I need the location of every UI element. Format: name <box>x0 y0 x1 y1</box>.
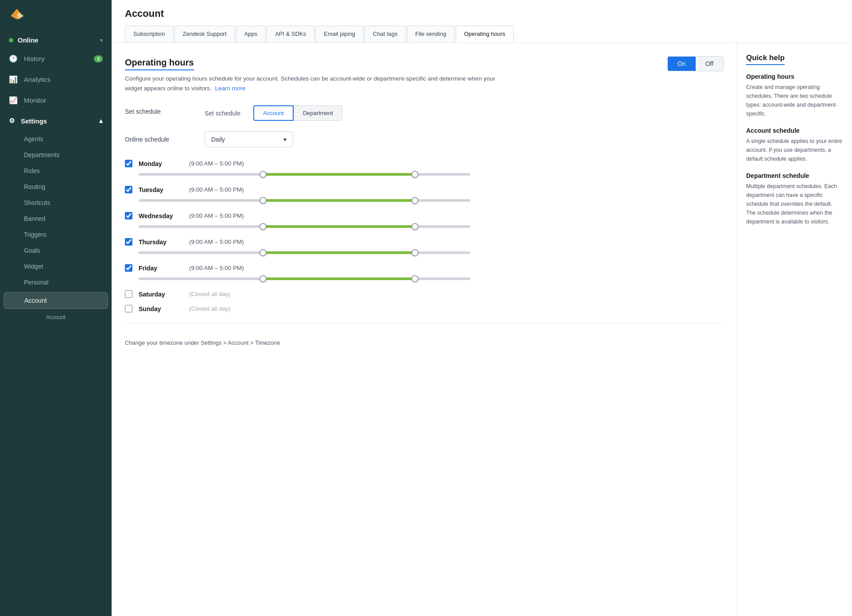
tab-file-sending[interactable]: File sending <box>407 26 455 42</box>
thursday-checkbox[interactable] <box>125 238 132 246</box>
tuesday-label: Tuesday <box>139 186 183 193</box>
department-schedule-button[interactable]: Department <box>294 105 342 121</box>
tuesday-slider[interactable] <box>139 196 470 205</box>
tuesday-track <box>139 199 470 202</box>
widget-label: Widget <box>24 263 43 270</box>
monday-thumb-left[interactable] <box>259 171 267 178</box>
dropdown-chevron-icon: ▾ <box>283 136 287 143</box>
sidebar-item-analytics[interactable]: 📊 Analytics <box>0 69 112 90</box>
tab-email-piping[interactable]: Email piping <box>315 26 364 42</box>
section-divider <box>125 323 724 323</box>
settings-header[interactable]: ⚙ Settings ▴ <box>0 111 112 131</box>
sidebar-item-shortcuts[interactable]: Shortcuts <box>0 195 112 211</box>
thursday-label: Thursday <box>139 239 183 246</box>
schedule-type-toggle: Account Department <box>253 105 342 121</box>
status-selector[interactable]: Online ▾ <box>0 32 112 48</box>
sidebar-item-widget[interactable]: Widget <box>0 258 112 274</box>
wednesday-thumb-right[interactable] <box>411 223 418 230</box>
tuesday-thumb-right[interactable] <box>411 197 418 204</box>
friday-thumb-right[interactable] <box>411 275 418 282</box>
section-title-row: Operating hours On Off <box>125 56 724 71</box>
quick-department-text: Multiple department schedules. Each depa… <box>746 182 843 226</box>
friday-thumb-left[interactable] <box>259 275 267 282</box>
toggle-on-button[interactable]: On <box>668 57 696 71</box>
wednesday-fill <box>263 225 415 228</box>
monday-label: Monday <box>139 160 183 167</box>
monday-fill <box>263 173 415 176</box>
tab-subscription[interactable]: Subscription <box>125 26 174 42</box>
day-top-sunday: Sunday (Closed all day) <box>125 305 470 312</box>
sidebar-item-account[interactable]: Account <box>4 292 108 309</box>
account-label: Account <box>24 297 47 304</box>
settings-label: Settings <box>21 117 47 125</box>
day-top-saturday: Saturday (Closed all day) <box>125 290 470 298</box>
friday-slider[interactable] <box>139 274 470 283</box>
sidebar-footer: Account <box>0 311 112 324</box>
dropdown-value: Daily <box>211 136 225 143</box>
roles-label: Roles <box>24 167 40 174</box>
tab-operating-hours[interactable]: Operating hours <box>456 26 514 42</box>
saturday-closed: (Closed all day) <box>189 291 231 297</box>
friday-checkbox[interactable] <box>125 264 132 272</box>
settings-chevron-icon: ▴ <box>99 117 103 125</box>
friday-label: Friday <box>139 265 183 272</box>
departments-label: Departments <box>24 151 59 158</box>
online-schedule-dropdown[interactable]: Daily ▾ <box>205 131 293 147</box>
sunday-checkbox[interactable] <box>125 305 132 312</box>
tab-zendesk-support[interactable]: Zendesk Support <box>174 26 235 42</box>
monday-track <box>139 173 470 176</box>
quick-section-department: Department schedule Multiple department … <box>746 172 843 226</box>
wednesday-checkbox[interactable] <box>125 212 132 219</box>
tuesday-thumb-left[interactable] <box>259 197 267 204</box>
tuesday-fill <box>263 199 415 202</box>
monitor-icon: 📈 <box>9 96 18 104</box>
tab-apps[interactable]: Apps <box>236 26 266 42</box>
status-left: Online <box>9 36 39 44</box>
sidebar-item-goals[interactable]: Goals <box>0 243 112 258</box>
monday-thumb-right[interactable] <box>411 171 418 178</box>
settings-icon: ⚙ <box>9 117 15 125</box>
day-row-friday: Friday (9:00 AM – 5:00 PM) <box>125 264 470 283</box>
day-row-monday: Monday (9:00 AM – 5:00 PM) <box>125 160 470 179</box>
monday-slider[interactable] <box>139 170 470 179</box>
account-schedule-button[interactable]: Account <box>253 105 294 121</box>
thursday-slider[interactable] <box>139 248 470 257</box>
sidebar-item-monitor[interactable]: 📈 Monitor <box>0 90 112 111</box>
thursday-fill <box>263 251 415 254</box>
tabs-row: Subscription Zendesk Support Apps API & … <box>125 26 839 42</box>
sidebar-item-roles[interactable]: Roles <box>0 163 112 179</box>
sidebar: Online ▾ 🕐 History 3 📊 Analytics 📈 Monit… <box>0 0 112 616</box>
tab-api-sdks[interactable]: API & SDKs <box>267 26 314 42</box>
monday-checkbox[interactable] <box>125 160 132 167</box>
routing-label: Routing <box>24 183 45 190</box>
day-top-tuesday: Tuesday (9:00 AM – 5:00 PM) <box>125 186 470 193</box>
sidebar-item-personal[interactable]: Personal <box>0 274 112 290</box>
tab-chat-tags[interactable]: Chat tags <box>364 26 406 42</box>
sidebar-item-agents[interactable]: Agents <box>0 131 112 147</box>
main-content: Account Subscription Zendesk Support App… <box>112 0 852 616</box>
sidebar-item-routing[interactable]: Routing <box>0 179 112 195</box>
thursday-time: (9:00 AM – 5:00 PM) <box>189 239 244 245</box>
thursday-thumb-right[interactable] <box>411 249 418 256</box>
sidebar-item-history[interactable]: 🕐 History 3 <box>0 48 112 69</box>
wednesday-slider[interactable] <box>139 222 470 231</box>
quick-section-account: Account schedule A single schedule appli… <box>746 127 843 163</box>
day-top-friday: Friday (9:00 AM – 5:00 PM) <box>125 264 470 272</box>
toggle-off-button[interactable]: Off <box>696 57 723 71</box>
sidebar-item-banned[interactable]: Banned <box>0 211 112 227</box>
saturday-checkbox[interactable] <box>125 290 132 298</box>
personal-label: Personal <box>24 279 48 286</box>
wednesday-thumb-left[interactable] <box>259 223 267 230</box>
friday-track <box>139 277 470 280</box>
thursday-thumb-left[interactable] <box>259 249 267 256</box>
quick-help-title: Quick help <box>746 54 785 65</box>
learn-more-link[interactable]: Learn more <box>215 85 245 92</box>
tuesday-checkbox[interactable] <box>125 186 132 193</box>
settings-panel: Operating hours On Off Configure your op… <box>112 43 737 616</box>
sidebar-item-triggers[interactable]: Triggers <box>0 227 112 243</box>
triggers-label: Triggers <box>24 231 46 238</box>
tuesday-time: (9:00 AM – 5:00 PM) <box>189 186 244 193</box>
sunday-label: Sunday <box>139 305 183 312</box>
saturday-label: Saturday <box>139 291 183 298</box>
sidebar-item-departments[interactable]: Departments <box>0 147 112 163</box>
